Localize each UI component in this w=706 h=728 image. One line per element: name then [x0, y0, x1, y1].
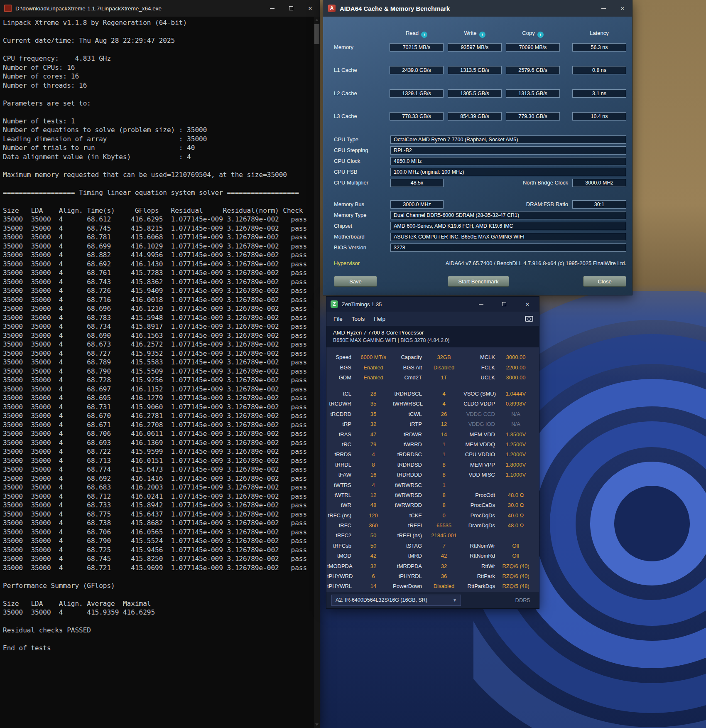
timing-label: tWTRL: [327, 490, 354, 500]
info-row: ChipsetAMD 600-Series, AMD K19.6 FCH, AM…: [323, 222, 632, 230]
minimize-button[interactable]: [262, 0, 282, 17]
timing-value: 1.0444V: [498, 389, 534, 399]
start-benchmark-button[interactable]: Start Benchmark: [448, 276, 509, 287]
timing-value: 42: [354, 551, 393, 561]
info-row-label: Memory Type: [334, 212, 367, 218]
info-row-label: CPU Clock: [334, 158, 360, 164]
timing-value: 12: [354, 490, 393, 500]
timing-label: PowerDown: [393, 581, 424, 591]
zentimings-app-icon: Z: [331, 300, 338, 308]
hypervisor-row: Hypervisor AIDA64 v7.65.7400 / BenchDLL …: [323, 259, 632, 268]
timing-label: tCL: [327, 389, 354, 399]
scrollbar-thumb[interactable]: [314, 24, 319, 44]
save-button[interactable]: Save: [334, 276, 377, 287]
minimize-button[interactable]: [469, 297, 493, 312]
benchmark-value-box: 1313.5 GB/s: [448, 66, 502, 74]
info-icon[interactable]: i: [537, 32, 544, 38]
timing-label: tREFI: [393, 521, 424, 531]
timing-value: 360: [354, 521, 393, 531]
timing-value: 1: [424, 440, 463, 450]
info-icon[interactable]: i: [421, 32, 427, 38]
timing-label: tRRDL: [327, 460, 354, 470]
info-row-label: CPU FSB: [334, 169, 357, 175]
info-row-value: Dual Channel DDR5-6000 SDRAM (28-35-32-4…: [390, 211, 626, 219]
timing-value: 47: [354, 430, 393, 440]
console-scrollbar[interactable]: [314, 17, 320, 728]
timing-value: 6000 MT/s: [354, 352, 393, 363]
info-row-value: 30:1: [572, 200, 626, 209]
info-icon[interactable]: i: [479, 32, 485, 38]
info-row-label: BIOS Version: [334, 244, 366, 251]
timing-label: tMRD: [393, 551, 424, 561]
column-header-copy: Copyi: [506, 30, 560, 38]
chevron-down-icon: ▼: [453, 595, 457, 605]
timing-value: 32GB: [424, 352, 463, 363]
timing-value: 6: [354, 571, 393, 581]
timing-value: 30.0 Ω: [498, 500, 534, 510]
timing-value: 65535: [424, 521, 463, 531]
info-row: BIOS Version3278: [323, 243, 632, 252]
timing-label: UCLK: [463, 373, 498, 383]
maximize-button[interactable]: [282, 0, 301, 17]
dimm-select-dropdown[interactable]: A2: IR-6400D564L32S/16G (16GB, SR) ▼: [331, 595, 461, 606]
close-benchmark-button[interactable]: Close: [583, 276, 626, 287]
cpu-name: AMD Ryzen 7 7700 8-Core Processor: [333, 329, 539, 337]
close-icon: ✕: [308, 5, 313, 12]
timing-label: Speed: [327, 352, 354, 363]
timing-value: 14: [354, 581, 393, 591]
timing-value: 36: [424, 571, 463, 581]
info-row-label-right: North Bridge Clock: [523, 180, 568, 186]
timing-value: 16: [354, 470, 393, 480]
timing-label: tFAW: [327, 470, 354, 480]
motherboard-bios-line: B650E MAX GAMING WIFI | BIOS 3278 (4.84.…: [333, 337, 539, 344]
screenshot-camera-icon[interactable]: [525, 316, 533, 322]
info-row-dual: Memory Bus3000.0 MHzDRAM:FSB Ratio30:1: [323, 200, 632, 209]
timing-value: 3000.00: [498, 373, 534, 383]
timing-value: 48.0 Ω: [498, 490, 534, 500]
benchmark-value-box: 70215 MB/s: [390, 43, 444, 52]
dimm-select-value: A2: IR-6400D564L32S/16G (16GB, SR): [336, 597, 427, 603]
info-row: CPU TypeOctalCore AMD Ryzen 7 7700 (Raph…: [323, 135, 632, 144]
timing-label: BGS Alt: [393, 363, 424, 373]
menu-tools[interactable]: Tools: [347, 316, 370, 322]
benchmark-value-box: 1305.5 GB/s: [448, 89, 502, 98]
timing-value: RZQ/6 (40): [498, 561, 534, 571]
info-row: CPU FSB100.0 MHz (original: 100 MHz): [323, 168, 632, 176]
timing-value: 4: [354, 450, 393, 460]
timing-label: GDM: [327, 373, 354, 383]
minimize-icon: [270, 8, 275, 9]
benchmark-value-box: 0.8 ns: [572, 66, 626, 74]
timing-value: 3000.00: [498, 352, 534, 363]
timing-value: 2200.00: [498, 363, 534, 373]
timing-label: tREFI (ns): [393, 531, 424, 541]
close-button[interactable]: ✕: [301, 0, 320, 17]
timing-value: 8: [424, 470, 463, 480]
benchmark-value-box: 56.3 ns: [572, 43, 626, 52]
menu-file[interactable]: File: [329, 316, 347, 322]
info-row-value: OctalCore AMD Ryzen 7 7700 (Raphael, Soc…: [390, 135, 626, 144]
timing-label: VDDG CCD: [463, 409, 498, 419]
menu-help[interactable]: Help: [369, 316, 390, 322]
timing-label: FCLK: [463, 363, 498, 373]
timing-label: tRDRDSC: [393, 450, 424, 460]
column-header-label: Read: [406, 30, 419, 36]
benchmark-row-label: L2 Cache: [334, 90, 357, 96]
close-button[interactable]: ✕: [613, 0, 632, 17]
timing-value: 1T: [424, 373, 463, 383]
timing-label: MEM VDD: [463, 430, 498, 440]
grid-empty: [463, 531, 498, 541]
benchmark-value-box: 70090 MB/s: [506, 43, 560, 52]
timing-value: RZQ/5 (48): [498, 581, 534, 591]
info-row-label: Memory Bus: [334, 201, 364, 207]
maximize-button[interactable]: [493, 297, 516, 312]
timing-label: tPHYWRL: [327, 581, 354, 591]
hypervisor-label: Hypervisor: [334, 260, 360, 266]
minimize-button[interactable]: [594, 0, 613, 17]
info-row-label: Motherboard: [334, 234, 365, 240]
timing-value: 32: [354, 419, 393, 429]
close-button[interactable]: ✕: [516, 297, 539, 312]
timing-value: 8: [354, 460, 393, 470]
benchmark-value-box: 854.39 GB/s: [448, 112, 502, 121]
timing-value: 1.8000V: [498, 460, 534, 470]
timing-label: tRDRDSD: [393, 460, 424, 470]
